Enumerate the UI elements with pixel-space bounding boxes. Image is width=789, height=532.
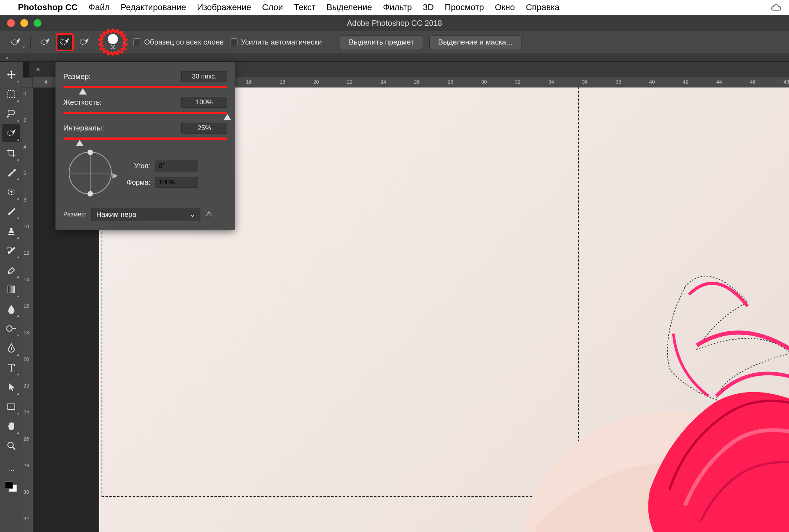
healing-brush-tool[interactable]	[2, 183, 20, 201]
window-title: Adobe Photoshop CC 2018	[347, 19, 442, 28]
zoom-tool[interactable]	[2, 437, 20, 455]
warning-icon[interactable]: ⚠	[205, 209, 213, 220]
size-dynamics-dropdown[interactable]: Нажим пера ⌄	[91, 208, 200, 221]
zoom-window-button[interactable]	[34, 19, 41, 27]
edit-toolbar-icon[interactable]: ⋯	[2, 461, 20, 479]
svg-point-0	[11, 40, 18, 45]
roundness-label: Форма:	[127, 179, 150, 187]
add-to-selection-icon[interactable]: +	[57, 34, 73, 50]
menu-help[interactable]: Справка	[526, 2, 559, 12]
checkbox-icon[interactable]	[133, 38, 141, 46]
svg-text:+: +	[61, 37, 63, 41]
hardness-slider[interactable]	[63, 109, 227, 115]
foreground-background-colors[interactable]	[2, 481, 20, 493]
spacing-slider[interactable]	[63, 135, 227, 141]
close-window-button[interactable]	[7, 19, 15, 27]
lasso-tool[interactable]	[2, 105, 20, 123]
selection-mode-group: + −	[37, 34, 93, 50]
chevron-down-icon[interactable]: ⌄	[122, 39, 126, 45]
hardness-input[interactable]	[181, 97, 227, 108]
spacing-label: Интервалы:	[63, 124, 181, 132]
svg-text:−: −	[80, 37, 82, 41]
auto-enhance-option[interactable]: Усилить автоматически	[230, 38, 322, 46]
menu-layers[interactable]: Слои	[262, 2, 283, 12]
brush-tool[interactable]	[2, 202, 20, 220]
angle-label: Угол:	[134, 162, 150, 170]
brush-picker-highlight: 30 ⌄	[99, 30, 127, 55]
menu-select[interactable]: Выделение	[327, 2, 372, 12]
select-and-mask-button[interactable]: Выделение и маска...	[429, 35, 521, 49]
hardness-label: Жесткость:	[63, 98, 181, 107]
sample-all-layers-option[interactable]: Образец со всех слоев	[133, 38, 224, 46]
move-tool[interactable]	[2, 66, 20, 84]
checkbox-icon[interactable]	[230, 38, 238, 46]
brush-size-number: 30	[110, 45, 115, 50]
brush-preview-circle	[108, 34, 118, 44]
tools-panel: ⋯	[0, 62, 23, 532]
brush-settings-popup: Размер: Жесткость: Интервалы: ▶ Угол:	[55, 62, 235, 230]
size-dynamics-label: Размер:	[63, 211, 86, 218]
app-name[interactable]: Photoshop CC	[18, 2, 78, 12]
svg-rect-6	[8, 91, 15, 98]
size-slider[interactable]	[63, 84, 227, 89]
menu-3d[interactable]: 3D	[423, 2, 434, 12]
new-selection-icon[interactable]	[37, 34, 54, 50]
menu-filter[interactable]: Фильтр	[383, 2, 412, 12]
svg-rect-15	[5, 482, 13, 489]
dodge-tool[interactable]	[2, 320, 20, 337]
size-label: Размер:	[63, 72, 181, 81]
eyedropper-tool[interactable]	[2, 163, 20, 181]
chevron-down-icon: ⌄	[189, 210, 195, 219]
blur-tool[interactable]	[2, 300, 20, 318]
subtract-from-selection-icon[interactable]: −	[76, 34, 93, 50]
pen-tool[interactable]	[2, 339, 20, 357]
macos-menubar: Photoshop CC Файл Редактирование Изображ…	[0, 0, 789, 15]
select-subject-button[interactable]: Выделить предмет	[340, 35, 423, 49]
quick-selection-tool[interactable]	[2, 124, 20, 142]
menu-view[interactable]: Просмотр	[445, 2, 484, 12]
rectangle-tool[interactable]	[2, 398, 20, 416]
size-dynamics-value: Нажим пера	[96, 211, 136, 219]
crop-tool[interactable]	[2, 144, 20, 162]
play-icon: ▶	[112, 171, 118, 180]
marquee-tool[interactable]	[2, 85, 20, 103]
size-input[interactable]	[181, 71, 227, 82]
history-brush-tool[interactable]	[2, 241, 20, 259]
svg-rect-11	[12, 328, 16, 329]
close-tab-icon[interactable]: ×	[36, 66, 40, 74]
menu-edit[interactable]: Редактирование	[121, 2, 186, 12]
path-selection-tool[interactable]	[2, 378, 20, 396]
svg-point-13	[8, 442, 13, 448]
roundness-input[interactable]	[155, 177, 198, 188]
menu-window[interactable]: Окно	[495, 2, 515, 12]
angle-input[interactable]	[155, 161, 198, 171]
image-content	[466, 271, 789, 532]
ruler-origin[interactable]	[23, 77, 33, 87]
current-tool-icon[interactable]: ⌄	[8, 34, 24, 50]
vertical-ruler[interactable]: 02468101214161820222426283032	[23, 87, 33, 532]
auto-enhance-label: Усилить автоматически	[241, 38, 322, 46]
type-tool[interactable]	[2, 359, 20, 377]
options-bar: ⌄ + − 30 ⌄ Образец со всех слоев Усилить…	[0, 31, 789, 53]
svg-rect-12	[8, 404, 15, 409]
menu-image[interactable]: Изображение	[197, 2, 251, 12]
stamp-tool[interactable]	[2, 222, 20, 240]
hand-tool[interactable]	[2, 417, 20, 435]
spacing-input[interactable]	[181, 123, 227, 134]
cc-cloud-icon[interactable]	[770, 3, 782, 12]
svg-point-10	[7, 326, 12, 331]
menu-text[interactable]: Текст	[294, 2, 316, 12]
gradient-tool[interactable]	[2, 280, 20, 298]
collapse-icon: »	[5, 54, 9, 61]
sample-all-layers-label: Образец со всех слоев	[144, 38, 224, 46]
traffic-lights	[7, 19, 41, 27]
minimize-window-button[interactable]	[20, 19, 28, 27]
brush-angle-control[interactable]: ▶	[69, 152, 112, 195]
svg-rect-9	[8, 286, 15, 293]
brush-preset-picker[interactable]: 30 ⌄	[104, 34, 121, 51]
menu-file[interactable]: Файл	[89, 2, 110, 12]
eraser-tool[interactable]	[2, 261, 20, 279]
